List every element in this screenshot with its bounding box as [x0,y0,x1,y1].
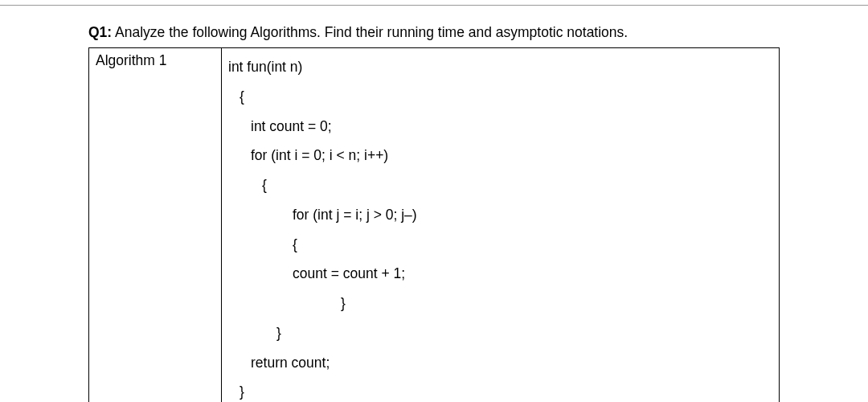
code-line: } [228,318,772,348]
code-line: } [228,289,772,318]
code-line: } [228,377,772,402]
code-line: for (int i = 0; i < n; i++) [228,141,772,170]
algorithm-label-cell: Algorithm 1 [89,48,222,403]
code-line: count = count + 1; [228,259,772,289]
code-line: { [228,82,772,112]
code-line: { [228,230,772,260]
question-label: Q1: [88,24,112,40]
algorithm-label: Algorithm 1 [96,52,167,68]
code-line: return count; [228,348,772,378]
code-line: int count = 0; [228,112,772,142]
code-line: for (int j = i; j > 0; j–) [228,200,772,230]
algorithm-table: Algorithm 1 int fun(int n) { int count =… [88,47,780,402]
code-line: int fun(int n) [228,52,772,82]
table-row: Algorithm 1 int fun(int n) { int count =… [89,48,780,403]
algorithm-code-cell: int fun(int n) { int count = 0; for (int… [222,48,780,403]
question-prompt: Q1: Analyze the following Algorithms. Fi… [88,24,780,41]
question-body: Analyze the following Algorithms. Find t… [112,24,628,40]
code-line: { [228,170,772,200]
